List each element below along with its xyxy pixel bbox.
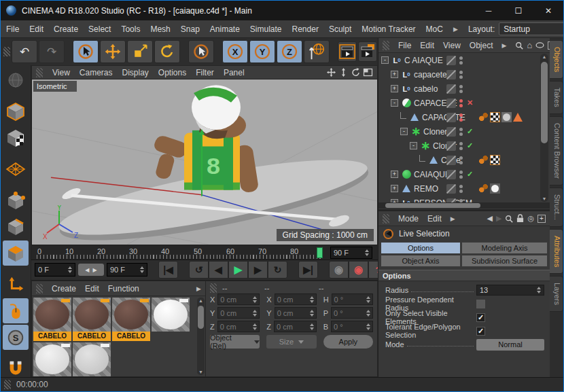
om-menu-file[interactable]: File — [398, 41, 411, 50]
layer-chip[interactable] — [446, 170, 456, 179]
make-editable-button[interactable] — [3, 67, 29, 92]
tab-content-browser[interactable]: Content Browser — [550, 116, 563, 185]
model-mode-button[interactable] — [3, 99, 29, 124]
menu-overflow-icon[interactable]: ▶ — [196, 285, 201, 292]
expander[interactable]: + — [391, 85, 398, 92]
history-back-icon[interactable]: ◀ — [487, 214, 492, 223]
material-item[interactable]: CABELO — [73, 298, 111, 341]
spinner-icon[interactable] — [68, 266, 72, 273]
timeline-playhead[interactable] — [317, 247, 323, 258]
expander[interactable]: + — [391, 71, 398, 78]
menu-motion-tracker[interactable]: Motion Tracker — [362, 24, 415, 34]
material-menu-grip[interactable] — [36, 284, 43, 293]
tab-object-axis[interactable]: Object Axis — [381, 255, 461, 267]
pressure-radius-checkbox[interactable] — [476, 300, 485, 308]
path-visibility-icon[interactable] — [535, 42, 544, 48]
material-item[interactable] — [33, 342, 71, 376]
toolbar-grip[interactable] — [3, 47, 10, 56]
menu-select[interactable]: Select — [88, 24, 111, 34]
loop-button[interactable]: ↻ — [268, 261, 287, 279]
visibility-dots[interactable] — [459, 56, 463, 65]
size-mode-dropdown[interactable]: Size — [266, 335, 316, 349]
home-icon[interactable]: ⌂ — [527, 40, 532, 50]
go-to-end-button[interactable]: ▶| — [298, 261, 318, 279]
object-tree-hscrollbar[interactable] — [378, 202, 550, 209]
om-menu-view[interactable]: View — [443, 41, 461, 50]
menu-render[interactable]: Render — [292, 24, 319, 34]
zoom-view-icon[interactable] — [338, 67, 349, 77]
viewport-solo-button[interactable] — [3, 298, 29, 323]
visibility-dots[interactable] — [459, 99, 463, 107]
layer-chip[interactable] — [446, 84, 456, 94]
mode-dropdown[interactable]: Normal — [476, 339, 544, 351]
visibility-dots[interactable] — [459, 128, 463, 136]
snap-toggle-button[interactable]: S — [3, 325, 29, 350]
menu-create[interactable]: Create — [54, 24, 78, 34]
apply-button[interactable]: Apply — [323, 335, 373, 349]
viewport[interactable]: 8 Isometric X Y Z Grid Spacing : 1 — [31, 79, 378, 245]
object-row-cloner[interactable]: - ∗ Cloner ✓ — [378, 139, 550, 153]
record-keyframe-button[interactable]: ◉ — [329, 261, 349, 279]
lock-icon[interactable] — [516, 214, 524, 223]
object-row-caiaque[interactable]: + CAIAQUE ✓ — [378, 167, 550, 181]
texture-mode-button[interactable] — [3, 125, 29, 150]
pos-x-field[interactable]: 0 cm — [217, 293, 260, 305]
disabled-icon[interactable]: ✕ — [467, 99, 473, 107]
layout-dropdown[interactable]: Startup — [499, 22, 564, 35]
workplane-mode-button[interactable] — [3, 156, 29, 181]
edges-mode-button[interactable] — [3, 214, 29, 239]
am-menu-grip[interactable] — [383, 214, 389, 224]
visibility-dots[interactable] — [459, 142, 463, 150]
render-view-button[interactable] — [338, 41, 357, 62]
menu-overflow-icon[interactable]: ▶ — [453, 26, 458, 33]
expander[interactable]: + — [391, 171, 398, 178]
visibility-dots[interactable] — [459, 113, 463, 122]
viewport-menu-grip[interactable] — [36, 68, 43, 77]
tab-modeling-axis[interactable]: Modeling Axis — [461, 242, 548, 254]
menu-simulate[interactable]: Simulate — [250, 24, 282, 34]
om-menu-edit[interactable]: Edit — [420, 41, 434, 50]
object-row-caiaque-root[interactable]: - L0 C AIAQUE — [378, 53, 550, 67]
rot-b-field[interactable]: 0 ° — [331, 321, 373, 332]
rotate-view-icon[interactable] — [351, 67, 361, 77]
search-icon[interactable] — [505, 215, 513, 223]
options-section-header[interactable]: Options — [378, 270, 550, 281]
tab-objects[interactable]: Objects — [550, 40, 563, 79]
previous-frame-button[interactable]: ◀ — [209, 261, 228, 279]
last-used-tool-button[interactable] — [188, 40, 214, 63]
material-item[interactable]: CABELO — [33, 298, 71, 341]
object-tree-vscrollbar[interactable]: ▲▼ — [540, 54, 548, 202]
lock-z-axis-button[interactable]: Z — [277, 40, 302, 63]
pan-view-icon[interactable] — [326, 67, 336, 77]
visibility-dots[interactable] — [459, 71, 463, 79]
spinner-icon[interactable] — [537, 287, 541, 293]
texture-tag[interactable] — [490, 155, 500, 165]
render-to-picture-viewer-button[interactable] — [358, 41, 377, 62]
visible-elements-checkbox[interactable]: ✓ — [476, 313, 485, 322]
visibility-dots[interactable] — [459, 171, 463, 179]
expander[interactable]: + — [391, 185, 398, 192]
scale-tool-button[interactable] — [127, 40, 153, 63]
position-mode-dropdown[interactable]: Object (Rel) — [210, 335, 260, 349]
object-row-cabelo-null[interactable]: + L0 cabelo — [378, 82, 550, 96]
toggle-view-icon[interactable] — [363, 67, 373, 77]
texture-tag[interactable] — [490, 112, 500, 122]
menu-overflow-icon[interactable]: ▶ — [502, 42, 507, 49]
enabled-icon[interactable]: ✓ — [467, 170, 473, 179]
layer-chip[interactable] — [446, 113, 456, 122]
layer-chip[interactable] — [446, 127, 456, 137]
menu-sculpt[interactable]: Sculpt — [329, 24, 351, 34]
expander[interactable]: - — [400, 128, 408, 135]
tolerant-selection-checkbox[interactable]: ✓ — [476, 327, 485, 336]
mat-menu-create[interactable]: Create — [52, 284, 76, 293]
spinner-icon[interactable] — [365, 249, 369, 256]
spinner-icon[interactable] — [140, 266, 144, 273]
layer-chip[interactable] — [446, 70, 456, 79]
live-selection-tool-button[interactable] — [73, 40, 99, 63]
rotate-tool-button[interactable] — [154, 40, 180, 63]
camera-label[interactable]: Isometric — [33, 81, 77, 92]
vp-menu-view[interactable]: View — [52, 68, 70, 77]
texture-tag-white[interactable] — [490, 183, 500, 194]
size-z-field[interactable]: 0 cm — [274, 321, 317, 332]
current-frame-field[interactable]: 0 F — [35, 263, 75, 277]
